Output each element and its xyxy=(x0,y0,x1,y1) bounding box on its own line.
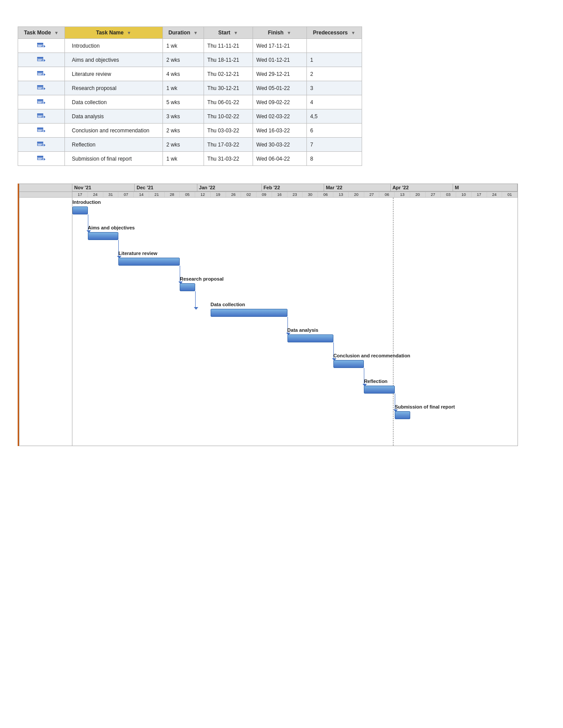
task-table: Task Mode ▼ Task Name ▼ Duration ▼ Start… xyxy=(18,26,362,166)
table-row: Aims and objectives2 wksThu 18-11-21Wed … xyxy=(18,53,362,67)
table-row: Conclusion and recommendation2 wksThu 03… xyxy=(18,124,362,138)
cell-duration: 1 wk xyxy=(162,152,204,166)
cell-start: Thu 11-11-21 xyxy=(204,39,253,53)
cell-task-name: Data analysis xyxy=(64,109,162,124)
cell-finish: Wed 01-12-21 xyxy=(253,53,306,67)
gantt-month-header: Nov '21Dec '21Jan '22Feb '22Mar '22Apr '… xyxy=(19,184,518,192)
svg-rect-36 xyxy=(37,142,43,143)
gantt-day-label: 17 xyxy=(472,192,487,197)
gantt-task-bar xyxy=(88,232,119,240)
cell-finish: Wed 02-03-22 xyxy=(253,109,306,124)
th-task-name[interactable]: Task Name ▼ xyxy=(64,27,162,39)
cell-predecessors: 7 xyxy=(306,138,362,152)
gantt-task-label: Conclusion and recommendation xyxy=(333,353,410,358)
gantt-day-label: 20 xyxy=(410,192,426,197)
cell-finish: Wed 16-03-22 xyxy=(253,124,306,138)
cell-duration: 3 wks xyxy=(162,109,204,124)
gantt-month-label: Apr '22 xyxy=(391,184,453,191)
gantt-task-label: Data collection xyxy=(211,302,245,307)
gantt-day-label: 06 xyxy=(318,192,333,197)
cell-start: Thu 06-01-22 xyxy=(204,95,253,109)
svg-marker-22 xyxy=(44,101,45,104)
gantt-month-label: M xyxy=(453,184,518,191)
gantt-day-label: 30 xyxy=(302,192,318,197)
gantt-task-bar xyxy=(287,334,333,342)
gantt-task-label: Reflection xyxy=(364,379,387,384)
cell-task-name: Submission of final report xyxy=(64,152,162,166)
gantt-task-label: Literature review xyxy=(118,251,157,256)
sort-icon-finish: ▼ xyxy=(287,30,291,35)
gantt-day-label: 05 xyxy=(180,192,195,197)
svg-rect-16 xyxy=(37,85,43,86)
cell-predecessors: 2 xyxy=(306,67,362,81)
cell-mode xyxy=(18,53,65,67)
cell-task-name: Conclusion and recommendation xyxy=(64,124,162,138)
cell-task-name: Research proposal xyxy=(64,81,162,95)
table-row: Data analysis3 wksThu 10-02-22Wed 02-03-… xyxy=(18,109,362,124)
gantt-day-label: 13 xyxy=(395,192,410,197)
cell-mode xyxy=(18,124,65,138)
th-duration[interactable]: Duration ▼ xyxy=(162,27,204,39)
table-row: Data collection5 wksThu 06-01-22Wed 09-0… xyxy=(18,95,362,109)
cell-mode xyxy=(18,81,65,95)
svg-marker-42 xyxy=(44,158,45,161)
gantt-task-label: Research proposal xyxy=(180,276,223,281)
table-row: Research proposal1 wkThu 30-12-21Wed 05-… xyxy=(18,81,362,95)
gantt-connector-v xyxy=(195,291,196,309)
svg-marker-7 xyxy=(44,59,45,62)
gantt-month-label: Feb '22 xyxy=(262,184,324,191)
cell-predecessors: 1 xyxy=(306,53,362,67)
cell-start: Thu 18-11-21 xyxy=(204,53,253,67)
cell-finish: Wed 17-11-21 xyxy=(253,39,306,53)
cell-task-name: Aims and objectives xyxy=(64,53,162,67)
svg-rect-26 xyxy=(37,113,43,115)
cell-mode xyxy=(18,152,65,166)
task-mode-icon xyxy=(37,112,45,119)
gantt-day-label: 21 xyxy=(149,192,165,197)
gantt-days: 1724310714212805121926020916233006132027… xyxy=(72,192,518,197)
th-finish[interactable]: Finish ▼ xyxy=(253,27,306,39)
th-start[interactable]: Start ▼ xyxy=(204,27,253,39)
cell-start: Thu 31-03-22 xyxy=(204,152,253,166)
th-predecessors[interactable]: Predecessors ▼ xyxy=(306,27,362,39)
svg-marker-2 xyxy=(44,45,45,48)
sort-icon-name: ▼ xyxy=(127,30,131,35)
cell-predecessors: 8 xyxy=(306,152,362,166)
sort-icon-start: ▼ xyxy=(234,30,238,35)
gantt-task-label: Submission of final report xyxy=(395,404,455,409)
gantt-month-label: Jan '22 xyxy=(197,184,262,191)
cell-duration: 5 wks xyxy=(162,95,204,109)
cell-duration: 1 wk xyxy=(162,81,204,95)
th-task-mode[interactable]: Task Mode ▼ xyxy=(18,27,65,39)
gantt-day-label: 09 xyxy=(257,192,272,197)
table-row: Introduction1 wkThu 11-11-21Wed 17-11-21 xyxy=(18,39,362,53)
task-mode-icon xyxy=(37,41,45,49)
cell-task-name: Introduction xyxy=(64,39,162,53)
cell-predecessors: 6 xyxy=(306,124,362,138)
gantt-day-label: 24 xyxy=(88,192,103,197)
gantt-task-bar xyxy=(72,206,88,214)
svg-rect-1 xyxy=(37,43,43,44)
cell-finish: Wed 05-01-22 xyxy=(253,81,306,95)
gantt-task-label: Data analysis xyxy=(287,327,318,333)
table-row: Literature review4 wksThu 02-12-21Wed 29… xyxy=(18,67,362,81)
task-mode-icon xyxy=(37,98,45,105)
gantt-day-label: 13 xyxy=(333,192,349,197)
gantt-day-label: 07 xyxy=(118,192,134,197)
gantt-months: Nov '21Dec '21Jan '22Feb '22Mar '22Apr '… xyxy=(72,184,518,191)
gantt-day-label: 26 xyxy=(226,192,242,197)
cell-duration: 2 wks xyxy=(162,53,204,67)
gantt-day-label: 10 xyxy=(456,192,472,197)
gantt-day-label: 17 xyxy=(72,192,88,197)
cell-mode xyxy=(18,39,65,53)
gantt-day-label: 19 xyxy=(211,192,226,197)
task-mode-icon xyxy=(37,126,45,133)
task-mode-icon xyxy=(37,154,45,161)
cell-start: Thu 03-03-22 xyxy=(204,124,253,138)
gantt-today-line xyxy=(393,198,393,446)
gantt-day-label: 14 xyxy=(134,192,149,197)
gantt-task-bar xyxy=(211,309,287,317)
gantt-day-label: 24 xyxy=(487,192,503,197)
gantt-month-label: Mar '22 xyxy=(324,184,391,191)
gantt-days-header: 1724310714212805121926020916233006132027… xyxy=(19,192,518,198)
